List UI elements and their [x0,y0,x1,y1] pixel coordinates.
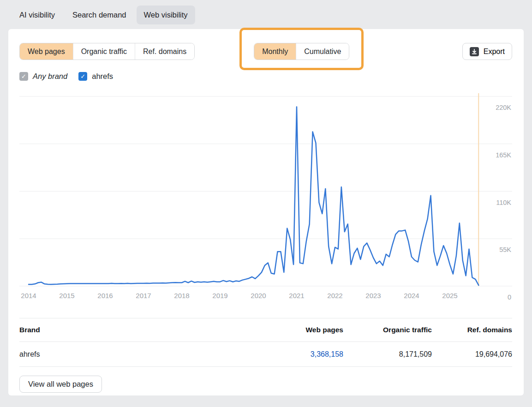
column-header-ref-domains: Ref. domains [432,318,512,342]
brand-cell: ahrefs [19,342,258,367]
x-axis-tick-label: 2016 [97,292,113,299]
top-tab-bar: AI visibilitySearch demandWeb visibility [0,0,532,29]
y-axis-tick-label: 165K [496,151,511,159]
y-axis-tick-label: 220K [496,104,511,111]
x-axis-tick-label: 2022 [327,292,342,299]
x-axis-tick-label: 2025 [442,292,457,299]
column-header-web-pages: Web pages [258,318,343,342]
checkbox-icon[interactable]: ✓ [78,72,87,81]
download-icon [470,47,479,56]
table-header-row: BrandWeb pagesOrganic trafficRef. domain… [19,318,512,342]
filter-label: ahrefs [92,72,113,81]
x-axis-tick-label: 2021 [289,292,304,299]
mode-segmented-control: MonthlyCumulative [254,43,349,60]
segment-cumulative[interactable]: Cumulative [296,43,349,60]
top-tab-search-demand[interactable]: Search demand [65,6,134,24]
y-axis-tick-label: 0 [508,293,511,301]
x-axis-tick-label: 2023 [365,292,381,299]
filter-any-brand[interactable]: ✓Any brand [19,72,67,81]
x-axis-tick-label: 2018 [174,292,189,299]
web-pages-cell: 3,368,158 [258,342,343,367]
segment-monthly[interactable]: Monthly [254,43,296,60]
ref-domains-cell: 19,694,076 [432,342,512,367]
web-pages-chart: 220K165K110K55K0201420152016201720182019… [19,91,512,305]
x-axis-tick-label: 2017 [136,292,151,299]
x-axis-tick-label: 2015 [59,292,74,299]
column-header-brand: Brand [19,318,258,342]
brand-filter-row: ✓Any brand✓ahrefs [19,70,512,82]
segment-ref-domains[interactable]: Ref. domains [135,43,194,60]
view-all-web-pages-button[interactable]: View all web pages [19,376,102,393]
column-header-organic-traffic: Organic traffic [343,318,432,342]
web-visibility-panel: Web pagesOrganic trafficRef. domains Mon… [8,29,524,395]
metric-segmented-control: Web pagesOrganic trafficRef. domains [19,43,195,60]
segment-web-pages[interactable]: Web pages [20,43,73,60]
segment-organic-traffic[interactable]: Organic traffic [73,43,135,60]
x-axis-tick-label: 2020 [251,292,266,299]
x-axis-tick-label: 2014 [21,292,36,299]
export-button[interactable]: Export [462,43,512,60]
export-label: Export [484,48,505,56]
y-axis-tick-label: 110K [496,199,511,206]
organic-traffic-cell: 8,171,509 [343,342,432,367]
filter-ahrefs[interactable]: ✓ahrefs [78,72,113,81]
y-axis-tick-label: 55K [499,246,511,253]
checkbox-icon[interactable]: ✓ [19,72,28,81]
web-pages-trend-line [29,107,478,285]
table-row: ahrefs3,368,1588,171,50919,694,076 [19,342,512,367]
line-chart-svg: 220K165K110K55K0201420152016201720182019… [19,91,512,303]
x-axis-tick-label: 2019 [212,292,227,299]
x-axis-tick-label: 2024 [404,292,419,299]
top-tab-ai-visibility[interactable]: AI visibility [12,6,62,24]
chart-controls-row: Web pagesOrganic trafficRef. domains Mon… [19,43,512,60]
brand-stats-table: BrandWeb pagesOrganic trafficRef. domain… [19,318,512,367]
top-tab-web-visibility[interactable]: Web visibility [137,6,195,24]
web-pages-count-link[interactable]: 3,368,158 [311,350,343,358]
filter-label: Any brand [33,72,67,81]
mode-toggle-wrap: MonthlyCumulative [254,43,349,60]
